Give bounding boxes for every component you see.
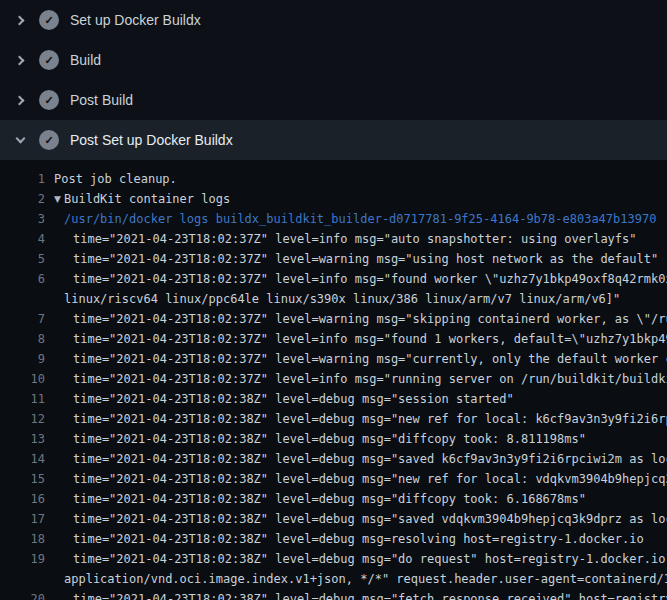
log-line-text: time="2021-04-23T18:02:37Z" level=info m… xyxy=(73,229,637,249)
step-label: Build xyxy=(70,52,101,68)
log-line-number[interactable]: 17 xyxy=(0,509,45,529)
log-line-text: time="2021-04-23T18:02:38Z" level=debug … xyxy=(73,509,667,529)
chevron-down-icon[interactable] xyxy=(13,138,27,142)
log-line-text: time="2021-04-23T18:02:38Z" level=debug … xyxy=(73,409,667,429)
log-line-text: time="2021-04-23T18:02:38Z" level=debug … xyxy=(73,589,667,600)
log-line-text: Post job cleanup. xyxy=(54,169,177,189)
log-line-text: application/vnd.oci.image.index.v1+json,… xyxy=(64,569,667,589)
check-circle-icon: ✓ xyxy=(39,10,59,30)
log-line-number[interactable]: 13 xyxy=(0,429,45,449)
log-line: 10 time="2021-04-23T18:02:37Z" level=inf… xyxy=(0,369,667,389)
log-line-text: time="2021-04-23T18:02:37Z" level=info m… xyxy=(73,369,667,389)
step-label: Post Build xyxy=(70,92,133,108)
check-circle-icon: ✓ xyxy=(39,130,59,150)
log-line: 2 ▼BuildKit container logs xyxy=(0,189,667,209)
log-line: 15 time="2021-04-23T18:02:38Z" level=deb… xyxy=(0,469,667,489)
log-line-number[interactable]: 18 xyxy=(0,529,45,549)
log-line-text: BuildKit container logs xyxy=(64,189,230,209)
log-line-number[interactable]: 6 xyxy=(0,269,45,289)
step-label: Set up Docker Buildx xyxy=(70,12,201,28)
log-line: 18 time="2021-04-23T18:02:38Z" level=deb… xyxy=(0,529,667,549)
log-line-text: time="2021-04-23T18:02:37Z" level=info m… xyxy=(73,329,667,349)
log-line: 16 time="2021-04-23T18:02:38Z" level=deb… xyxy=(0,489,667,509)
step-row-set-up-docker-buildx[interactable]: ✓ Set up Docker Buildx xyxy=(0,0,667,40)
log-line-text: time="2021-04-23T18:02:38Z" level=debug … xyxy=(73,549,667,569)
log-line-number[interactable]: 12 xyxy=(0,409,45,429)
log-line-number[interactable]: 16 xyxy=(0,489,45,509)
log-line-number[interactable]: 11 xyxy=(0,389,45,409)
log-line-text: /usr/bin/docker logs buildx_buildkit_bui… xyxy=(64,209,656,229)
log-line-number[interactable]: 19 xyxy=(0,549,45,569)
step-list: ✓ Set up Docker Buildx ✓ Build ✓ Post Bu… xyxy=(0,0,667,160)
log-line: 14 time="2021-04-23T18:02:38Z" level=deb… xyxy=(0,449,667,469)
log-line-number[interactable]: 7 xyxy=(0,309,45,329)
log-line: 1 Post job cleanup. xyxy=(0,169,667,189)
actions-log-viewer: ✓ Set up Docker Buildx ✓ Build ✓ Post Bu… xyxy=(0,0,667,600)
check-circle-icon: ✓ xyxy=(39,90,59,110)
log-line-text: time="2021-04-23T18:02:37Z" level=warnin… xyxy=(73,249,658,269)
log-line-text: time="2021-04-23T18:02:38Z" level=debug … xyxy=(73,429,586,449)
log-line-text: time="2021-04-23T18:02:37Z" level=info m… xyxy=(73,269,667,289)
log-line-number[interactable] xyxy=(0,569,45,589)
log-line-text: time="2021-04-23T18:02:38Z" level=debug … xyxy=(73,529,644,549)
log-line-number[interactable]: 8 xyxy=(0,329,45,349)
log-line-text: time="2021-04-23T18:02:38Z" level=debug … xyxy=(73,469,667,489)
log-line: 7 time="2021-04-23T18:02:37Z" level=warn… xyxy=(0,309,667,329)
log-line: 6 time="2021-04-23T18:02:37Z" level=info… xyxy=(0,269,667,289)
check-circle-icon: ✓ xyxy=(39,50,59,70)
log-line-number[interactable]: 5 xyxy=(0,249,45,269)
log-line-number[interactable]: 4 xyxy=(0,229,45,249)
log-line-text: time="2021-04-23T18:02:38Z" level=debug … xyxy=(73,449,667,469)
log-line: 9 time="2021-04-23T18:02:37Z" level=warn… xyxy=(0,349,667,369)
log-line-number[interactable] xyxy=(0,289,45,309)
log-line-text: time="2021-04-23T18:02:37Z" level=warnin… xyxy=(73,309,667,329)
log-line-text: time="2021-04-23T18:02:38Z" level=debug … xyxy=(73,389,514,409)
chevron-right-icon[interactable] xyxy=(13,97,27,104)
log-line: 12 time="2021-04-23T18:02:38Z" level=deb… xyxy=(0,409,667,429)
chevron-right-icon[interactable] xyxy=(13,57,27,64)
triangle-down-icon[interactable]: ▼ xyxy=(54,189,64,209)
log-line: 5 time="2021-04-23T18:02:37Z" level=warn… xyxy=(0,249,667,269)
chevron-right-icon[interactable] xyxy=(13,17,27,24)
step-row-post-set-up-docker-buildx[interactable]: ✓ Post Set up Docker Buildx xyxy=(0,120,667,160)
log-line: application/vnd.oci.image.index.v1+json,… xyxy=(0,569,667,589)
step-row-build[interactable]: ✓ Build xyxy=(0,40,667,80)
log-line-number[interactable]: 3 xyxy=(0,209,45,229)
log-line: 11 time="2021-04-23T18:02:38Z" level=deb… xyxy=(0,389,667,409)
log-output: 1 Post job cleanup. 2 ▼BuildKit containe… xyxy=(0,160,667,600)
step-label: Post Set up Docker Buildx xyxy=(70,132,233,148)
log-line: 8 time="2021-04-23T18:02:37Z" level=info… xyxy=(0,329,667,349)
log-line: 20 time="2021-04-23T18:02:38Z" level=deb… xyxy=(0,589,667,600)
log-line-text: time="2021-04-23T18:02:37Z" level=warnin… xyxy=(73,349,667,369)
log-line: 19 time="2021-04-23T18:02:38Z" level=deb… xyxy=(0,549,667,569)
log-line-number[interactable]: 1 xyxy=(0,169,45,189)
log-line: linux/riscv64 linux/ppc64le linux/s390x … xyxy=(0,289,667,309)
step-row-post-build[interactable]: ✓ Post Build xyxy=(0,80,667,120)
log-line-number[interactable]: 20 xyxy=(0,589,45,600)
log-line-number[interactable]: 2 xyxy=(0,189,45,209)
log-line-number[interactable]: 14 xyxy=(0,449,45,469)
log-line-number[interactable]: 10 xyxy=(0,369,45,389)
log-line: 3 /usr/bin/docker logs buildx_buildkit_b… xyxy=(0,209,667,229)
log-line: 17 time="2021-04-23T18:02:38Z" level=deb… xyxy=(0,509,667,529)
log-line: 13 time="2021-04-23T18:02:38Z" level=deb… xyxy=(0,429,667,449)
log-line-number[interactable]: 15 xyxy=(0,469,45,489)
log-line-text: time="2021-04-23T18:02:38Z" level=debug … xyxy=(73,489,586,509)
log-line-text: linux/riscv64 linux/ppc64le linux/s390x … xyxy=(64,289,620,309)
log-line-number[interactable]: 9 xyxy=(0,349,45,369)
log-line: 4 time="2021-04-23T18:02:37Z" level=info… xyxy=(0,229,667,249)
